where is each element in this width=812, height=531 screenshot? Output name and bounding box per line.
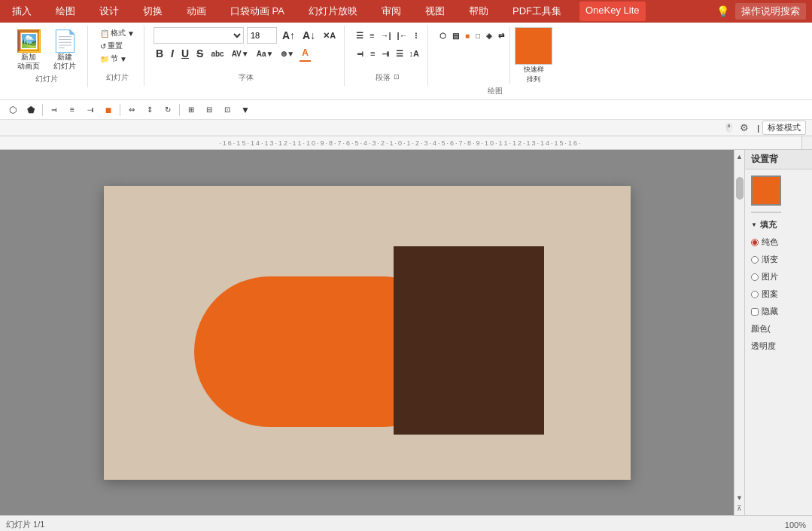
slides-group-label: 幻灯片 <box>35 72 58 84</box>
quick-style-preview[interactable] <box>515 27 552 65</box>
fill-picture-radio[interactable] <box>751 273 759 281</box>
menu-view[interactable]: 视图 <box>419 2 451 21</box>
fill-pattern-option[interactable]: 图案 <box>751 288 806 300</box>
clear-format-button[interactable]: ✕A <box>321 27 338 44</box>
settings-icon[interactable]: ⚙ <box>737 121 751 135</box>
color-prop-label: 颜色( <box>751 323 806 334</box>
slide[interactable] <box>104 186 631 480</box>
italic-button[interactable]: I <box>169 45 176 62</box>
tb2-lasso-button[interactable]: ⬟ <box>23 102 39 118</box>
text-direction-button[interactable]: ↕A <box>407 45 421 62</box>
font-shrink-button[interactable]: A↓ <box>300 27 318 44</box>
font-color-button[interactable]: AV▼ <box>230 45 251 62</box>
tb2-ungroup-button[interactable]: ⊟ <box>201 102 217 118</box>
drawing-group-label: 绘图 <box>488 84 503 96</box>
font-family-select[interactable] <box>154 27 244 44</box>
section-icon: 📁 <box>100 55 109 63</box>
tb2-group-button[interactable]: ⊞ <box>183 102 199 118</box>
menu-review[interactable]: 审阅 <box>376 2 407 21</box>
shape-outline-button[interactable]: □ <box>473 27 482 44</box>
tb2-separator-2 <box>120 104 120 116</box>
menu-slideshow[interactable]: 幻灯片放映 <box>303 2 363 21</box>
new-slide-icon: 📄 <box>53 29 77 53</box>
tb2-align-center-button[interactable]: ≡ <box>64 102 81 118</box>
scroll-to-top-button[interactable]: ⊼ <box>734 503 745 514</box>
new-animation-page-button[interactable]: 🖼️ 新加动画页 <box>12 27 45 72</box>
font-color2-button[interactable]: A <box>300 45 311 62</box>
replace-shape-button[interactable]: ⇄ <box>496 27 506 44</box>
columns-button[interactable]: ⫶ <box>412 27 421 44</box>
format-button[interactable]: 📋 格式 ▼ <box>97 27 138 39</box>
tag-mode-bar: 🖱️ ⚙ | 标签模式 <box>0 120 812 136</box>
font-size-input[interactable] <box>247 27 277 44</box>
tb2-align-right-button[interactable]: ⫣ <box>82 102 99 118</box>
shape-effect-button[interactable]: ◈ <box>484 27 494 44</box>
font-group-label: 字体 <box>239 71 254 83</box>
tb2-flip-h-button[interactable]: ⇔ <box>123 102 140 118</box>
underline-button[interactable]: U <box>179 45 191 62</box>
tb2-align-left-button[interactable]: ⫤ <box>46 102 62 118</box>
menu-onekey[interactable]: OneKey Lite <box>579 2 646 21</box>
special-btn[interactable]: ⊕▼ <box>278 45 297 62</box>
hide-option[interactable]: 隐藏 <box>751 306 806 317</box>
menu-draw[interactable]: 绘图 <box>50 2 81 21</box>
arrange-button[interactable]: ▤ <box>450 27 461 44</box>
paragraph-expand-icon[interactable]: ⊡ <box>394 73 400 81</box>
tag-mode-button[interactable]: 标签模式 <box>762 121 806 135</box>
menu-design[interactable]: 设计 <box>93 2 125 21</box>
tb2-rotate-button[interactable]: ↻ <box>160 102 176 118</box>
shape-select-button[interactable]: ⬡ <box>437 27 449 44</box>
main-area: ▲ ▼ ⊼ 设置背 ▼ 填充 纯色 <box>0 150 812 515</box>
zoom-level: 100% <box>785 520 806 529</box>
triangle-icon: ▼ <box>751 221 757 228</box>
align-center-button[interactable]: ≡ <box>368 45 377 62</box>
fill-label: 填充 <box>760 219 777 230</box>
tb2-select-button[interactable]: ⬡ <box>5 102 21 118</box>
indent-button[interactable]: →| <box>379 27 394 44</box>
shape-fill-button[interactable]: ■ <box>463 27 472 44</box>
color-swatch[interactable] <box>751 175 781 206</box>
font-grow-button[interactable]: A↑ <box>280 27 297 44</box>
bullet-list-button[interactable]: ☰ <box>354 27 366 44</box>
menu-insert[interactable]: 插入 <box>6 2 38 21</box>
fill-pattern-radio[interactable] <box>751 291 759 298</box>
numbered-list-button[interactable]: ≡ <box>367 27 376 44</box>
ribbon-group-font: A↑ A↓ ✕A B I U S abc AV▼ Aa▼ ⊕▼ A <box>147 26 345 86</box>
slide-canvas[interactable] <box>0 150 734 515</box>
scroll-down-button[interactable]: ▼ <box>734 493 745 503</box>
tb2-separator-1 <box>42 104 43 116</box>
new-slide-button[interactable]: 📄 新建幻灯片 <box>48 27 81 72</box>
outdent-button[interactable]: |← <box>395 27 410 44</box>
format-group-label: 幻灯片 <box>106 71 129 83</box>
scrollbar-thumb[interactable] <box>736 177 744 200</box>
vertical-scrollbar[interactable]: ▲ ▼ ⊼ <box>734 150 744 515</box>
menu-pocket[interactable]: 口袋动画 PA <box>224 2 290 21</box>
tb2-more-button[interactable]: ▼ <box>237 102 254 118</box>
menu-animation[interactable]: 动画 <box>181 2 212 21</box>
fill-gradient-option[interactable]: 渐变 <box>751 254 806 265</box>
fill-solid-option[interactable]: 纯色 <box>751 237 806 248</box>
shadow-button[interactable]: abc <box>208 45 226 62</box>
reset-button[interactable]: ↺ 重置 <box>97 40 138 52</box>
search-button[interactable]: 操作说明搜索 <box>735 3 806 20</box>
menu-help[interactable]: 帮助 <box>463 2 494 21</box>
fill-picture-option[interactable]: 图片 <box>751 271 806 282</box>
tb2-flip-v-button[interactable]: ⇕ <box>141 102 158 118</box>
menu-pdf[interactable]: PDF工具集 <box>506 2 567 21</box>
tb2-order-button[interactable]: ⊡ <box>219 102 236 118</box>
brown-rect-shape[interactable] <box>394 246 544 435</box>
hide-checkbox[interactable] <box>751 308 759 316</box>
align-right-button[interactable]: ⫣ <box>379 45 392 62</box>
align-left-button[interactable]: ⫤ <box>354 45 366 62</box>
scroll-up-button[interactable]: ▲ <box>734 151 745 162</box>
section-button[interactable]: 📁 节 ▼ <box>97 53 138 65</box>
char-spacing-button[interactable]: Aa▼ <box>254 45 276 62</box>
cursor-icon: 🖱️ <box>724 123 734 133</box>
menu-switch[interactable]: 切换 <box>137 2 169 21</box>
fill-solid-radio[interactable] <box>751 239 759 246</box>
tb2-color-btn[interactable]: ■ <box>100 102 117 118</box>
fill-gradient-radio[interactable] <box>751 256 759 264</box>
strikethrough-button[interactable]: S <box>194 45 205 62</box>
justify-button[interactable]: ☰ <box>394 45 406 62</box>
bold-button[interactable]: B <box>154 45 166 62</box>
